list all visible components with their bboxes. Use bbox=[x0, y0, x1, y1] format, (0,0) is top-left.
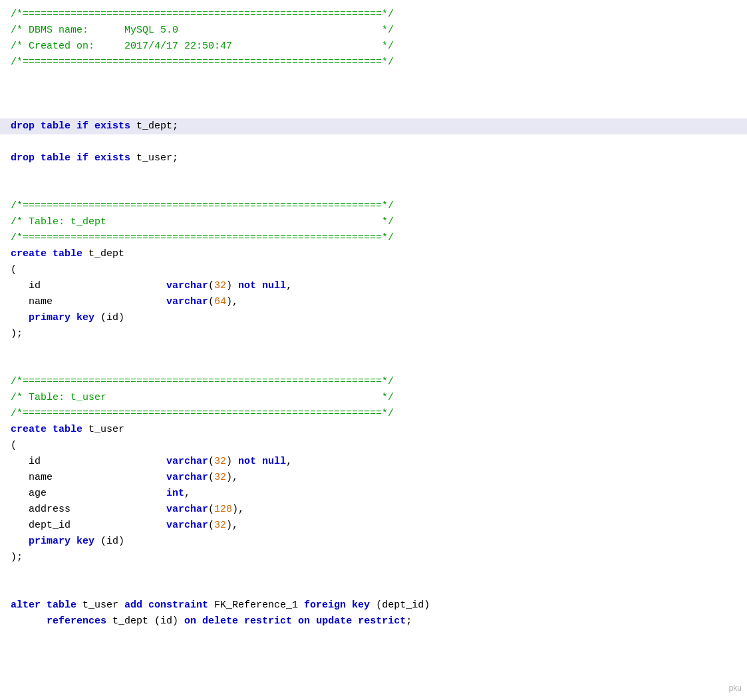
col-address-user: address varchar(128), bbox=[0, 502, 747, 518]
col-id-dept: id varchar(32) not null, bbox=[0, 278, 747, 294]
col-name-dept: name varchar(64), bbox=[0, 294, 747, 310]
drop-dept-line: drop table if exists t_dept; bbox=[0, 118, 747, 134]
blank-5 bbox=[0, 166, 747, 182]
blank-4 bbox=[0, 134, 747, 150]
blank-10 bbox=[0, 582, 747, 598]
col-pk-user: primary key (id) bbox=[0, 534, 747, 550]
comment-line-1: /*======================================… bbox=[0, 7, 747, 23]
open-paren-user: ( bbox=[0, 438, 747, 454]
code-editor: /*======================================… bbox=[0, 0, 747, 636]
col-deptid-user: dept_id varchar(32), bbox=[0, 518, 747, 534]
blank-2 bbox=[0, 87, 747, 102]
watermark: pku bbox=[729, 682, 742, 695]
comment-user-1: /*======================================… bbox=[0, 374, 747, 390]
comment-line-2: /* DBMS name: MySQL 5.0 */ bbox=[0, 23, 747, 39]
comment-dept-2: /* Table: t_dept */ bbox=[0, 214, 747, 230]
col-pk-dept: primary key (id) bbox=[0, 310, 747, 326]
col-age-user: age int, bbox=[0, 486, 747, 502]
drop-user-line: drop table if exists t_user; bbox=[0, 150, 747, 166]
close-user: ); bbox=[0, 550, 747, 566]
comment-user-2: /* Table: t_user */ bbox=[0, 390, 747, 406]
col-id-user: id varchar(32) not null, bbox=[0, 454, 747, 470]
create-dept-line: create table t_dept bbox=[0, 246, 747, 262]
comment-dept-3: /*======================================… bbox=[0, 230, 747, 246]
comment-user-3: /*======================================… bbox=[0, 406, 747, 422]
comment-line-3: /* Created on: 2017/4/17 22:50:47 */ bbox=[0, 39, 747, 55]
blank-9 bbox=[0, 566, 747, 582]
blank-6 bbox=[0, 182, 747, 198]
blank-1 bbox=[0, 71, 747, 87]
blank-7 bbox=[0, 342, 747, 358]
open-paren-dept: ( bbox=[0, 262, 747, 278]
col-name-user: name varchar(32), bbox=[0, 470, 747, 486]
create-user-line: create table t_user bbox=[0, 422, 747, 438]
alter-line-1: alter table t_user add constraint FK_Ref… bbox=[0, 598, 747, 613]
blank-8 bbox=[0, 358, 747, 374]
blank-3 bbox=[0, 102, 747, 118]
alter-line-2: references t_dept (id) on delete restric… bbox=[0, 613, 747, 629]
close-dept: ); bbox=[0, 326, 747, 342]
comment-line-4: /*======================================… bbox=[0, 55, 747, 71]
comment-dept-1: /*======================================… bbox=[0, 198, 747, 214]
